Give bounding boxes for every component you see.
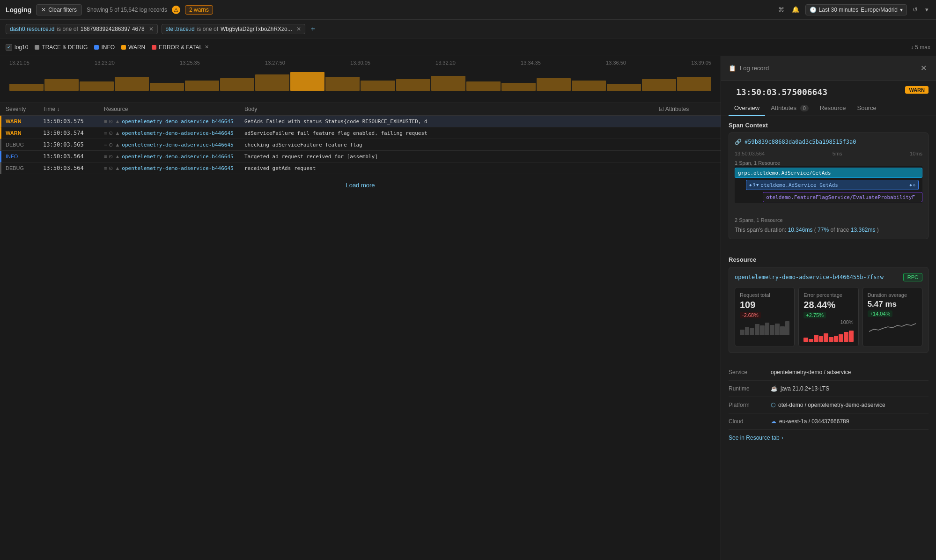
panel-tabs: Overview Attributes 0 Resource Source <box>721 101 936 116</box>
body-cell: checking adServiceFailure feature flag <box>244 142 659 148</box>
body-cell: received getAds request <box>244 165 659 171</box>
tbar-20 <box>677 77 711 91</box>
resource-icons: ≡ ⊙ ▲ opentelemetry-demo-adservice-b4466… <box>104 165 244 171</box>
tbar-8 <box>255 74 289 91</box>
log10-label: log10 <box>15 44 28 51</box>
info-level[interactable]: INFO <box>94 44 115 51</box>
tbar-17 <box>572 81 606 91</box>
more-button[interactable]: ▾ <box>923 4 930 15</box>
filter-tag-2[interactable]: otel.trace.id is one of Wbg5ylaD2grTxboZ… <box>162 24 305 34</box>
tbar-6 <box>185 81 219 91</box>
bell-button[interactable]: 🔔 <box>790 4 802 15</box>
span-context-title: Span Context <box>729 122 929 129</box>
filter-op-2: is one of <box>197 26 218 32</box>
severity-cell: WARN <box>6 130 43 136</box>
tab-overview[interactable]: Overview <box>729 101 765 116</box>
error-fatal-remove[interactable]: ✕ <box>205 44 209 50</box>
tl-3: 13:27:50 <box>265 60 285 66</box>
metric-1-label: Request total <box>740 292 789 298</box>
load-more-button[interactable]: Load more <box>0 174 721 196</box>
filter-remove-2[interactable]: ✕ <box>296 26 301 32</box>
info-val-runtime: ☕ java 21.0.2+13-LTS <box>771 385 829 392</box>
info-key-platform: Platform <box>729 402 771 408</box>
warn-badge[interactable]: 2 warns <box>185 5 213 15</box>
tl-0: 13:21:05 <box>9 60 29 66</box>
metric-duration-avg: Duration average 5.47 ms +14.04% <box>862 287 922 347</box>
trace-debug-level[interactable]: TRACE & DEBUG <box>35 44 88 51</box>
filter-bar: dash0.resource.id is one of 168798392428… <box>0 20 936 38</box>
time-range-selector[interactable]: 🕐 Last 30 minutes Europe/Madrid ▾ <box>805 4 907 15</box>
span-bar-adservice[interactable]: ◆ 3 ▼ oteldemo.AdService GetAds ◆ ◇ <box>746 180 919 190</box>
tbar-18 <box>607 84 641 91</box>
right-panel: 📋 Log record ✕ 13:50:03.575006643 WARN O… <box>721 56 936 560</box>
tab-resource[interactable]: Resource <box>814 101 852 116</box>
col-resource: Resource <box>104 106 244 112</box>
tbar-16 <box>537 78 571 91</box>
timeline-chart <box>0 67 721 91</box>
log10-checkbox-box[interactable]: ✓ <box>6 44 12 51</box>
col-severity: Severity <box>6 106 43 112</box>
error-fatal-level[interactable]: ERROR & FATAL ✕ <box>152 44 209 51</box>
icon-1: ≡ <box>104 118 107 124</box>
col-body: Body <box>244 106 659 112</box>
resource-cell: opentelemetry-demo-adservice-b446645 <box>122 130 233 136</box>
tbar-3 <box>80 81 114 91</box>
icon-3: ▲ <box>115 118 120 124</box>
log10-checkbox[interactable]: ✓ log10 <box>6 44 28 51</box>
resource-icons: ≡ ⊙ ▲ opentelemetry-demo-adservice-b4466… <box>104 142 244 148</box>
see-resource-link[interactable]: See in Resource tab › <box>721 430 936 446</box>
resource-icons: ≡ ⊙ ▲ opentelemetry-demo-adservice-b4466… <box>104 130 244 136</box>
close-panel-button[interactable]: ✕ <box>919 62 929 74</box>
trace-id-link[interactable]: 🔗 #59b839c88683da0ad3c5ba198515f3a0 <box>735 139 922 145</box>
refresh-button[interactable]: ↺ <box>911 4 920 15</box>
metric-1-change: -2.68% <box>740 312 761 318</box>
tbar-12 <box>396 79 430 91</box>
trace-id-value: #59b839c88683da0ad3c5ba198515f3a0 <box>744 139 856 145</box>
time-cell: 13:50:03.564 <box>43 153 104 160</box>
metric-error-pct: Error percentage 28.44% +2.75% 100% <box>798 287 858 347</box>
metric-1-value: 109 <box>740 300 789 310</box>
table-row[interactable]: DEBUG 13:50:03.565 ≡ ⊙ ▲ opentelemetry-d… <box>0 139 721 151</box>
severity-cell: INFO <box>6 154 43 159</box>
attributes-badge: 0 <box>800 105 809 111</box>
span-bar-getads[interactable]: grpc.oteldemo.AdService/GetAds <box>735 168 922 178</box>
chevron-down-icon: ▾ <box>900 7 903 13</box>
span-bar-featureflag[interactable]: oteldemo.FeatureFlagService/EvaluateProb… <box>763 192 922 202</box>
col-attributes: ☑ Attributes <box>659 106 715 112</box>
filter-key-1: dash0.resource.id <box>10 26 54 32</box>
tbar-14 <box>466 81 501 91</box>
tl-1: 13:23:20 <box>95 60 115 66</box>
tab-source[interactable]: Source <box>852 101 882 116</box>
service-info: Service opentelemetry-demo / adservice R… <box>721 364 936 430</box>
tl-7: 13:36:50 <box>606 60 626 66</box>
duration-info: This span's duration: 10.346ms ( 77% of … <box>735 227 922 233</box>
tab-attributes[interactable]: Attributes 0 <box>765 101 814 116</box>
table-header: Severity Time ↓ Resource Body ☑ Attribut… <box>0 103 721 116</box>
table-row[interactable]: WARN 13:50:03.574 ≡ ⊙ ▲ opentelemetry-de… <box>0 127 721 139</box>
warn-level[interactable]: WARN <box>121 44 145 51</box>
col-time: Time ↓ <box>43 106 104 112</box>
app-title: Logging <box>6 6 31 14</box>
terminal-button[interactable]: ⌘ <box>776 4 786 15</box>
info-key-runtime: Runtime <box>729 385 771 392</box>
clear-filters-button[interactable]: ✕ Clear filters <box>36 4 82 15</box>
span-timeline: 13:50:03.564 5ms 10ms 1 Span, 1 Resource… <box>735 151 922 223</box>
filter-tag-1[interactable]: dash0.resource.id is one of 168798392428… <box>6 24 158 34</box>
span-timeline-labels: 13:50:03.564 5ms 10ms <box>735 151 922 156</box>
resource-cell: opentelemetry-demo-adservice-b446645 <box>122 142 233 148</box>
span-bar-3-label: oteldemo.FeatureFlagService/EvaluateProb… <box>766 194 915 200</box>
otel-icon: ⬡ <box>771 402 775 408</box>
resource-link[interactable]: opentelemetry-demo-adservice-b4466455b-7… <box>735 274 884 280</box>
log-level-bar: ✓ log10 TRACE & DEBUG INFO WARN ERROR & … <box>0 38 936 56</box>
table-row[interactable]: INFO 13:50:03.564 ≡ ⊙ ▲ opentelemetry-de… <box>0 151 721 162</box>
filter-remove-1[interactable]: ✕ <box>149 26 154 32</box>
add-filter-button[interactable]: + <box>309 25 317 33</box>
severity-badge: WARN <box>905 86 929 94</box>
tab-overview-label: Overview <box>734 104 759 111</box>
table-row[interactable]: DEBUG 13:50:03.564 ≡ ⊙ ▲ opentelemetry-d… <box>0 162 721 174</box>
table-row[interactable]: WARN 13:50:03.575 ≡ ⊙ ▲ opentelemetry-de… <box>0 116 721 127</box>
tbar-9 <box>290 72 324 91</box>
body-cell: GetAds Failed with status Status{code=RE… <box>244 118 659 125</box>
tbar-11 <box>361 81 395 91</box>
close-icon: ✕ <box>41 7 46 13</box>
